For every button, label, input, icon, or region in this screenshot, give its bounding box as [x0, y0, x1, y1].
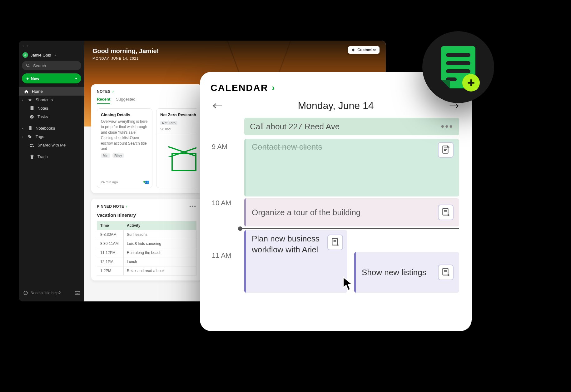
current-time-indicator — [241, 228, 459, 229]
calendar-title[interactable]: CALENDAR › — [211, 82, 276, 93]
keyboard-icon[interactable] — [75, 291, 80, 295]
add-note-button[interactable] — [327, 235, 343, 250]
add-note-button[interactable] — [438, 205, 454, 220]
avatar: J — [22, 52, 28, 58]
sidebar-item-label: Shared with Me — [37, 143, 66, 147]
note-icon: + — [441, 46, 475, 88]
search-placeholder: Search — [33, 63, 46, 68]
shared-with-icon: ★ 👥 — [143, 180, 148, 184]
more-icon[interactable]: ••• — [189, 204, 196, 209]
sidebar-item-home[interactable]: Home — [19, 87, 84, 96]
help-link[interactable]: Need a little help? — [19, 288, 84, 298]
sidebar-item-label: Tags — [36, 134, 44, 139]
greeting: Good morning, Jamie! — [92, 47, 378, 55]
hero-date: MONDAY, JUNE 14, 2021 — [92, 57, 378, 60]
svg-line-1 — [29, 66, 30, 67]
event-title: Show new listings — [362, 268, 426, 277]
calendar-event[interactable]: Contact new clients — [244, 139, 459, 196]
customize-button[interactable]: Customize — [348, 46, 380, 54]
hour-label: 9 AM — [212, 143, 237, 151]
people-icon — [29, 143, 34, 147]
tag-icon — [27, 135, 32, 139]
sidebar-item-tasks[interactable]: Tasks — [19, 112, 84, 121]
table-row: 8:30-11AMLuis & kids canoeing — [97, 239, 196, 248]
tab-recent[interactable]: Recent — [97, 97, 110, 104]
new-button-label: New — [31, 76, 39, 81]
event-title: Contact new clients — [252, 142, 322, 152]
sidebar-item-notes[interactable]: Notes — [19, 104, 84, 112]
profile[interactable]: J Jamie Gold ▾ — [19, 50, 84, 61]
note-card[interactable]: Closing Details Overview Everything is h… — [97, 108, 152, 188]
note-card[interactable]: Net Zero Research Net Zero 5/18/21 — [156, 108, 196, 188]
caret-icon: ▸ — [22, 127, 24, 130]
table-header: Activity — [124, 221, 196, 230]
notebook-icon — [27, 126, 32, 131]
table-row: 1-2PMRelax and read a book — [97, 266, 196, 275]
prev-day-button[interactable] — [212, 102, 222, 110]
table-row: 12-1PMLunch — [97, 257, 196, 266]
note-icon — [29, 106, 34, 111]
hour-label: 11 AM — [212, 251, 237, 260]
sidebar-item-shortcuts[interactable]: ▸ ★ Shortcuts — [19, 96, 84, 104]
svg-rect-2 — [30, 106, 33, 110]
more-icon[interactable]: ••• — [441, 121, 454, 132]
sidebar-item-tags[interactable]: ▸ Tags — [19, 132, 84, 141]
calendar-event-allday[interactable]: Call about 227 Reed Ave ••• — [244, 118, 459, 135]
pinned-note-widget: PINNED NOTE › ••• Vacation Itinerary Tim… — [91, 199, 202, 280]
plus-icon: + — [26, 76, 29, 81]
note-timestamp: 24 min ago — [101, 180, 118, 184]
pinned-widget-title[interactable]: PINNED NOTE › — [97, 204, 127, 209]
note-tag[interactable]: Min — [101, 153, 110, 158]
chevron-right-icon: › — [272, 83, 275, 93]
sidebar-item-shared[interactable]: Shared with Me — [19, 141, 84, 149]
home-icon — [24, 89, 29, 94]
caret-icon: ▸ — [22, 135, 24, 138]
pinned-note-title: Vacation Itinerary — [97, 212, 196, 218]
caret-icon: ▸ — [22, 98, 24, 102]
new-button[interactable]: + New ▾ — [22, 73, 81, 83]
notes-widget-title[interactable]: NOTES › — [97, 89, 196, 94]
forward-arrow-icon[interactable]: › — [27, 43, 28, 48]
svg-rect-5 — [29, 126, 29, 130]
add-note-button[interactable] — [438, 265, 454, 280]
event-title: Organize a tour of the building — [252, 208, 360, 217]
open-note-button[interactable] — [438, 142, 454, 158]
calendar-event[interactable]: Organize a tour of the building — [244, 198, 459, 226]
search-input[interactable]: Search — [22, 61, 81, 70]
chevron-down-icon: ▾ — [75, 77, 77, 80]
note-timestamp: 5/18/21 — [160, 127, 196, 131]
table-row: 11-12PMRun along the beach — [97, 248, 196, 257]
calendar-event[interactable]: Plan new business workflow with Ariel — [244, 230, 347, 293]
notes-widget: NOTES › Recent Suggested Closing Details… — [91, 84, 202, 193]
sidebar-item-label: Notebooks — [36, 126, 55, 131]
notes-tabs: Recent Suggested — [97, 97, 196, 104]
check-circle-icon — [29, 115, 34, 119]
help-icon — [23, 291, 28, 295]
svg-point-8 — [32, 144, 33, 145]
sidebar-item-trash[interactable]: Trash — [19, 152, 84, 161]
back-arrow-icon[interactable]: ‹ — [22, 43, 24, 48]
sidebar-item-notebooks[interactable]: ▸ Notebooks — [19, 124, 84, 132]
note-thumbnail — [156, 133, 196, 184]
sidebar: ‹ › J Jamie Gold ▾ Search + New ▾ Home — [19, 41, 84, 301]
tab-suggested[interactable]: Suggested — [116, 97, 135, 104]
calendar-date: Monday, June 14 — [298, 100, 374, 112]
note-title: Net Zero Research — [160, 112, 196, 117]
note-tag[interactable]: Riley — [112, 153, 124, 158]
plus-icon: + — [462, 74, 480, 92]
svg-point-6 — [29, 136, 30, 136]
new-note-badge[interactable]: + — [422, 31, 494, 103]
table-row: 8-8:30AMSurf lessons — [97, 230, 196, 239]
chevron-right-icon: › — [112, 89, 114, 94]
sidebar-item-label: Notes — [37, 106, 48, 111]
table-header: Time — [97, 221, 124, 230]
calendar-grid: 9 AM 10 AM 11 AM Call about 227 Reed Ave… — [211, 118, 461, 311]
svg-point-12 — [25, 294, 26, 294]
note-body: Overview Everything is here to prep for … — [101, 119, 148, 151]
note-tag[interactable]: Net Zero — [160, 121, 177, 125]
calendar-event[interactable]: Show new listings — [354, 252, 459, 293]
help-label: Need a little help? — [31, 291, 61, 295]
trash-icon — [29, 154, 34, 159]
svg-point-0 — [27, 64, 29, 67]
sidebar-item-label: Home — [32, 89, 43, 94]
